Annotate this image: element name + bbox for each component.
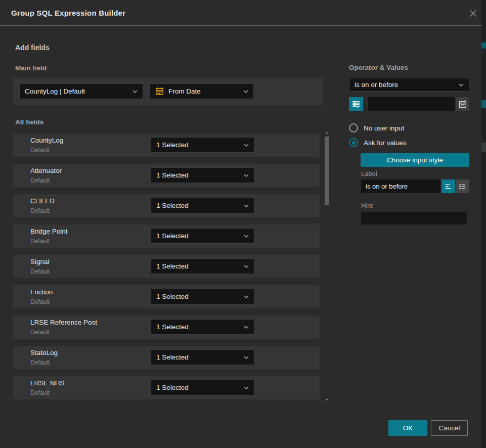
field-subtitle: Default <box>30 267 50 276</box>
chevron-down-icon <box>244 386 249 389</box>
background-fragment <box>481 143 486 152</box>
scrollbar-up-arrow[interactable]: ▲ <box>324 130 330 135</box>
hint-caption: Hint <box>361 202 373 209</box>
field-info: Signal Default <box>30 258 50 276</box>
main-field-dropdown[interactable]: From Date <box>150 83 254 99</box>
value-input[interactable] <box>368 97 455 111</box>
field-name: CLIFED <box>30 197 55 205</box>
close-button[interactable] <box>468 8 478 18</box>
label-input[interactable] <box>361 180 440 193</box>
dialog-title: Group SQL Expression Builder <box>11 9 125 17</box>
field-selection-value: 1 Selected <box>156 202 189 209</box>
field-name: Attenuator <box>30 167 62 175</box>
field-selection-value: 1 Selected <box>156 353 189 361</box>
field-subtitle: Default <box>30 146 63 154</box>
all-fields-heading: All fields <box>15 118 43 126</box>
field-info: LRSE Reference Post Default <box>30 319 97 336</box>
field-info: Attenuator Default <box>30 167 62 185</box>
hint-input[interactable] <box>361 212 467 225</box>
field-selection-dropdown[interactable]: 1 Selected <box>151 380 254 395</box>
field-name: Bridge Point <box>30 228 68 236</box>
chevron-down-icon <box>244 174 249 177</box>
background-fragment <box>481 42 486 49</box>
field-info: Friction Default <box>30 288 53 306</box>
label-caption: Label <box>361 170 377 177</box>
chevron-down-icon <box>244 326 249 329</box>
chevron-down-icon <box>244 295 249 298</box>
ok-button[interactable]: OK <box>388 420 427 436</box>
field-row: CountyLog Default 1 Selected <box>13 133 320 157</box>
field-name: Friction <box>30 288 53 296</box>
chevron-down-icon <box>243 90 248 93</box>
field-subtitle: Default <box>30 298 53 306</box>
multiple-values-button[interactable] <box>349 97 363 111</box>
stacked-values-icon <box>352 100 360 108</box>
radio-circle-icon <box>349 123 358 132</box>
date-picker-button[interactable] <box>456 97 469 111</box>
field-selection-dropdown[interactable]: 1 Selected <box>151 349 254 365</box>
chevron-down-icon <box>244 144 249 147</box>
field-selection-dropdown[interactable]: 1 Selected <box>151 258 254 274</box>
close-icon <box>468 9 478 18</box>
list-style-button[interactable] <box>456 180 469 193</box>
chevron-down-icon <box>244 265 249 268</box>
choose-input-style-button[interactable]: Choose input style <box>361 153 469 167</box>
field-selection-value: 1 Selected <box>156 171 189 179</box>
column-divider <box>337 63 337 405</box>
radio-selected-icon <box>349 138 358 147</box>
chevron-down-icon <box>244 356 249 359</box>
field-subtitle: Default <box>30 389 65 397</box>
field-row: CLIFED Default 1 Selected <box>13 194 320 217</box>
field-row: Attenuator Default 1 Selected <box>13 164 320 187</box>
calendar-icon <box>155 87 164 96</box>
field-selection-value: 1 Selected <box>156 232 189 240</box>
field-row: Bridge Point Default 1 Selected <box>13 225 320 248</box>
field-subtitle: Default <box>30 328 97 336</box>
background-app-strip <box>481 0 486 448</box>
field-row: Signal Default 1 Selected <box>13 255 320 278</box>
field-info: StateLog Default <box>30 349 58 367</box>
layer-dropdown[interactable]: CountyLog | Default <box>19 83 143 99</box>
all-fields-list: CountyLog Default 1 Selected Attenuator … <box>13 133 320 399</box>
field-subtitle: Default <box>30 237 68 245</box>
operator-dropdown[interactable]: is on or before <box>349 78 469 92</box>
field-selection-dropdown[interactable]: 1 Selected <box>151 228 254 244</box>
field-selection-value: 1 Selected <box>156 141 189 149</box>
field-info: CLIFED Default <box>30 197 55 215</box>
add-fields-heading: Add fields <box>15 43 50 52</box>
single-line-style-button[interactable] <box>441 180 455 193</box>
field-selection-dropdown[interactable]: 1 Selected <box>151 319 254 335</box>
cancel-button[interactable]: Cancel <box>431 420 468 436</box>
field-row: Friction Default 1 Selected <box>13 285 320 308</box>
field-selection-value: 1 Selected <box>156 262 189 270</box>
field-selection-dropdown[interactable]: 1 Selected <box>151 198 254 213</box>
field-name: CountyLog <box>30 137 63 145</box>
field-selection-value: 1 Selected <box>156 384 189 391</box>
operator-values-heading: Operator & Values <box>349 64 408 71</box>
background-fragment <box>481 100 486 108</box>
field-selection-value: 1 Selected <box>156 293 189 300</box>
field-selection-dropdown[interactable]: 1 Selected <box>151 289 254 304</box>
field-selection-dropdown[interactable]: 1 Selected <box>151 137 254 153</box>
chevron-down-icon <box>244 204 249 207</box>
radio-ask-for-values-label: Ask for values <box>364 139 407 147</box>
field-row: LRSE NHS Default 1 Selected <box>13 376 320 399</box>
radio-no-user-input[interactable]: No user input <box>349 123 404 132</box>
main-field-dropdown-value: From Date <box>168 87 201 95</box>
field-subtitle: Default <box>30 176 62 185</box>
field-subtitle: Default <box>30 359 58 367</box>
operator-dropdown-value: is on or before <box>355 81 398 88</box>
field-selection-dropdown[interactable]: 1 Selected <box>151 167 254 183</box>
calendar-icon <box>459 100 467 108</box>
layer-dropdown-value: CountyLog | Default <box>25 87 85 95</box>
dialog-title-bar: Group SQL Expression Builder <box>0 0 481 26</box>
field-row: LRSE Reference Post Default 1 Selected <box>13 316 320 339</box>
align-left-icon <box>445 183 452 190</box>
bulleted-list-icon <box>459 183 466 190</box>
scrollbar-thumb[interactable] <box>325 137 329 205</box>
radio-no-user-input-label: No user input <box>364 124 404 132</box>
scrollbar-down-arrow[interactable]: ▼ <box>324 398 330 402</box>
field-selection-value: 1 Selected <box>156 323 189 331</box>
field-info: LRSE NHS Default <box>30 379 65 397</box>
radio-ask-for-values[interactable]: Ask for values <box>349 138 407 147</box>
